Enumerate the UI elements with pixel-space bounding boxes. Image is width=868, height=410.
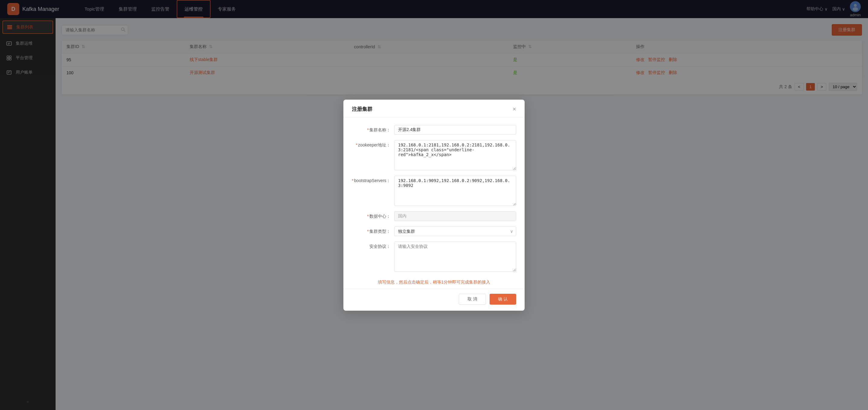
label-cluster-type: *集群类型：: [352, 226, 394, 234]
modal-body: *集群名称： *zookeeper地址： 192.168.0.1:2181,19…: [343, 118, 525, 280]
modal-header: 注册集群 ×: [343, 100, 525, 118]
input-zookeeper[interactable]: 192.168.0.1:2181,192.168.0.2:2181,192.16…: [394, 140, 516, 170]
label-bootstrap: *bootstrapServers：: [352, 176, 394, 184]
label-cluster-name: *集群名称：: [352, 125, 394, 133]
confirm-button[interactable]: 确 认: [490, 294, 516, 305]
input-security[interactable]: [394, 242, 516, 272]
modal-overlay: 注册集群 × *集群名称： *zookeeper地址： 192.168.0.1:…: [0, 0, 868, 410]
label-security: 安全协议：: [352, 242, 394, 249]
modal-footer: 取 消 确 认: [343, 289, 525, 311]
input-bootstrap[interactable]: 192.168.0.1:9092,192.168.0.2:9092,192.16…: [394, 176, 516, 206]
form-row-bootstrap: *bootstrapServers： 192.168.0.1:9092,192.…: [352, 176, 516, 206]
modal-notice: 填写信息，然后点击确定后，稍等1分钟即可完成集群的接入: [343, 280, 525, 289]
form-row-security: 安全协议：: [352, 242, 516, 272]
form-row-cluster-type: *集群类型： 独立集群 共享集群 ∨: [352, 226, 516, 236]
form-row-datacenter: *数据中心：: [352, 211, 516, 221]
form-row-cluster-name: *集群名称：: [352, 125, 516, 135]
input-cluster-name[interactable]: [394, 125, 516, 135]
input-datacenter[interactable]: [394, 211, 516, 221]
register-cluster-modal: 注册集群 × *集群名称： *zookeeper地址： 192.168.0.1:…: [343, 100, 525, 311]
label-datacenter: *数据中心：: [352, 211, 394, 219]
cancel-button[interactable]: 取 消: [459, 294, 486, 305]
modal-title: 注册集群: [352, 106, 372, 113]
select-cluster-type[interactable]: 独立集群 共享集群: [394, 226, 516, 236]
close-icon[interactable]: ×: [513, 106, 516, 112]
label-zookeeper: *zookeeper地址：: [352, 140, 394, 148]
form-row-zookeeper: *zookeeper地址： 192.168.0.1:2181,192.168.0…: [352, 140, 516, 170]
